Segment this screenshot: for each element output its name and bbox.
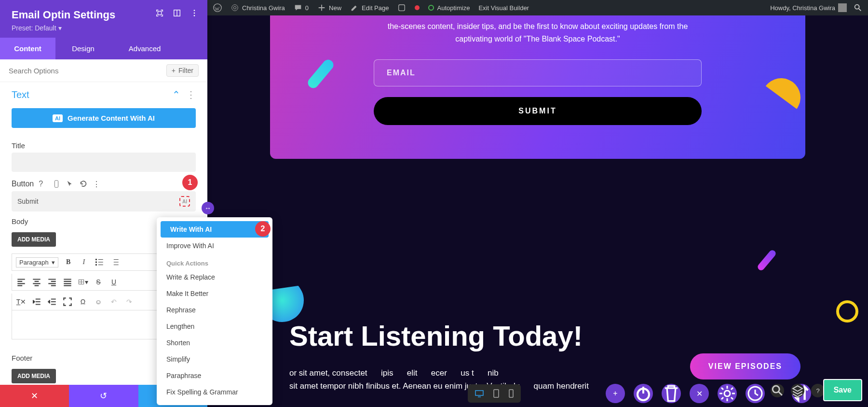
paragraph-select[interactable]: Paragraph ▾ <box>16 257 58 267</box>
svg-point-9 <box>194 15 195 16</box>
undo-icon[interactable]: ↶ <box>108 296 119 307</box>
indent-icon[interactable] <box>31 296 42 307</box>
site-name[interactable]: Christina Gwira <box>231 3 285 12</box>
search-icon[interactable] <box>854 3 862 12</box>
redo-icon[interactable]: ↷ <box>124 296 135 307</box>
ai-quick-item[interactable]: Write & Replace <box>157 269 272 285</box>
ai-quick-item[interactable]: Fix Spelling & Grammar <box>157 384 272 400</box>
title-input[interactable] <box>12 153 196 172</box>
kebab-icon[interactable]: ⋮ <box>93 180 101 188</box>
bold-icon[interactable]: B <box>63 257 74 267</box>
divi-icon[interactable] <box>397 3 406 12</box>
mobile-view-icon[interactable] <box>508 388 514 399</box>
svg-rect-3 <box>399 5 405 11</box>
undo-button[interactable]: ↺ <box>69 385 138 407</box>
ai-quick-item[interactable]: Lengthen <box>157 318 272 335</box>
tablet-view-icon[interactable] <box>493 388 500 399</box>
underline-icon[interactable]: U <box>108 277 119 287</box>
improve-with-ai[interactable]: Improve With AI <box>157 238 272 254</box>
howdy[interactable]: Howdy, Christina Gwira <box>770 3 847 12</box>
svg-rect-16 <box>494 390 499 397</box>
align-left-icon[interactable] <box>16 277 27 287</box>
add-media-button[interactable]: ADD MEDIA <box>12 232 56 247</box>
columns-icon[interactable] <box>173 9 181 17</box>
exit-builder[interactable]: Exit Visual Builder <box>478 4 529 12</box>
new-link[interactable]: New <box>317 3 341 12</box>
text-section-title[interactable]: Text <box>12 89 29 100</box>
decoration-wedge <box>756 72 807 123</box>
svg-point-19 <box>724 391 730 396</box>
comments-link[interactable]: 0 <box>294 3 309 12</box>
add-media-button-footer[interactable]: ADD MEDIA <box>12 369 56 383</box>
collapse-icon[interactable]: ⌃ <box>172 89 180 100</box>
ul-icon[interactable] <box>94 257 105 267</box>
record-icon[interactable] <box>415 5 420 10</box>
ai-quick-item[interactable]: Make It Better <box>157 285 272 302</box>
ai-quick-item[interactable]: Rephrase <box>157 302 272 318</box>
hero-section[interactable]: the-scenes content, insider tips, and be… <box>270 15 805 159</box>
title-label: Title <box>0 136 207 153</box>
desktop-view-icon[interactable] <box>475 388 484 399</box>
fullscreen-icon[interactable] <box>62 296 73 307</box>
ai-quick-item[interactable]: Simplify <box>157 351 272 367</box>
close-icon[interactable]: ✕ <box>690 384 709 403</box>
ol-icon[interactable] <box>109 257 120 267</box>
svg-rect-10 <box>55 181 58 187</box>
tab-design[interactable]: Design <box>55 38 111 59</box>
tab-advanced[interactable]: Advanced <box>111 38 178 59</box>
listen-section[interactable]: Start Listening Today! or sit amet, cons… <box>289 320 589 393</box>
history-icon[interactable] <box>746 384 765 403</box>
kebab-icon[interactable] <box>190 9 199 17</box>
ai-quick-item[interactable]: Paraphrase <box>157 367 272 384</box>
gear-icon[interactable] <box>718 384 737 403</box>
search-icon[interactable] <box>771 384 784 397</box>
write-with-ai[interactable]: Write With AI 2 <box>161 221 269 238</box>
clear-format-icon[interactable]: T✕ <box>16 296 27 307</box>
kebab-icon[interactable]: ⋮ <box>186 89 196 100</box>
ai-quick-item[interactable]: Shorten <box>157 335 272 351</box>
layers-icon[interactable] <box>791 384 804 397</box>
wp-logo-icon[interactable] <box>213 3 222 12</box>
tab-content[interactable]: Content <box>0 38 55 59</box>
add-icon[interactable]: + <box>606 384 625 403</box>
panel-header: Email Optin Settings Preset: Default ▾ <box>0 0 207 38</box>
edit-page-link[interactable]: Edit Page <box>350 3 389 12</box>
home-icon <box>231 3 239 12</box>
button-text-input[interactable]: Submit AI <box>12 191 196 211</box>
italic-icon[interactable]: I <box>79 257 89 267</box>
svg-rect-17 <box>509 390 513 397</box>
omega-icon[interactable]: Ω <box>78 296 88 307</box>
ai-icon[interactable]: AI <box>179 196 190 207</box>
help-icon[interactable]: ? <box>39 180 47 188</box>
decoration-pill <box>757 249 777 271</box>
emoji-icon[interactable]: ☺ <box>93 296 104 307</box>
save-button[interactable]: Save <box>823 379 862 401</box>
filter-button[interactable]: +Filter <box>166 64 199 77</box>
trash-icon[interactable] <box>662 384 681 403</box>
plus-icon <box>317 3 326 12</box>
device-icon[interactable] <box>52 180 61 188</box>
svg-rect-15 <box>475 391 483 395</box>
outdent-icon[interactable] <box>47 296 57 307</box>
comment-icon <box>294 3 302 12</box>
align-justify-icon[interactable] <box>62 277 73 287</box>
cancel-button[interactable]: ✕ <box>0 385 69 407</box>
hover-icon[interactable] <box>66 180 74 188</box>
help-icon[interactable]: ? <box>811 384 825 397</box>
autoptimize-link[interactable]: Autoptimize <box>428 4 470 12</box>
submit-button[interactable]: SUBMIT <box>374 97 702 125</box>
settings-tabs: Content Design Advanced <box>0 38 207 59</box>
expand-icon[interactable] <box>155 9 164 17</box>
align-right-icon[interactable] <box>47 277 57 287</box>
align-center-icon[interactable] <box>31 277 42 287</box>
email-input[interactable]: EMAIL <box>374 59 702 86</box>
view-episodes-button[interactable]: VIEW EPISODES <box>690 353 800 379</box>
strikethrough-icon[interactable]: S <box>93 277 104 287</box>
search-input[interactable] <box>9 67 166 75</box>
preset-selector[interactable]: Preset: Default ▾ <box>12 24 196 32</box>
table-icon[interactable]: ▾ <box>78 277 88 287</box>
power-icon[interactable] <box>634 384 653 403</box>
generate-ai-button[interactable]: AI Generate Content With AI <box>12 108 196 128</box>
panel-resize-grip[interactable]: ↔ <box>202 202 214 214</box>
reset-icon[interactable] <box>79 180 88 188</box>
